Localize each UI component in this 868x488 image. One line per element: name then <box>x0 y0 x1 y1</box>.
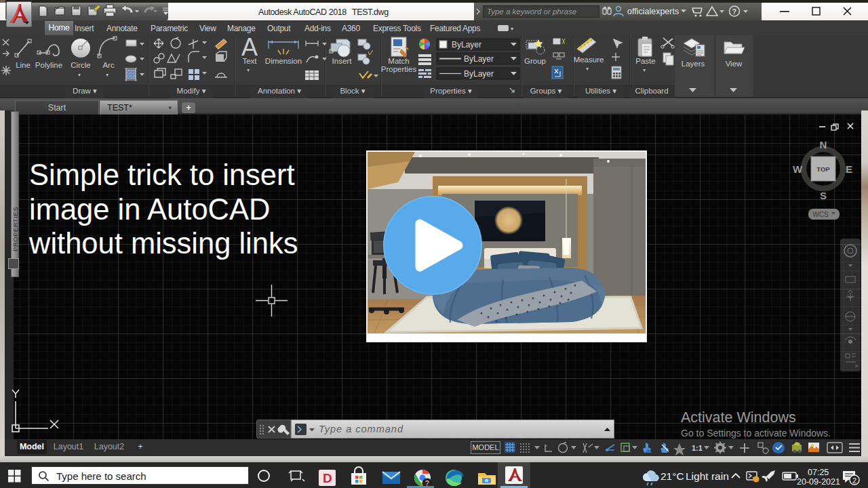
svg-text:ByLayer: ByLayer <box>464 69 494 79</box>
svg-text:2: 2 <box>852 476 856 485</box>
svg-text:ByLayer: ByLayer <box>464 54 494 64</box>
svg-text:TOP: TOP <box>816 165 830 173</box>
svg-text:Light rain: Light rain <box>686 470 729 482</box>
svg-text:WCS: WCS <box>812 211 829 218</box>
svg-text:E: E <box>846 163 852 175</box>
svg-text:W: W <box>793 163 803 175</box>
svg-text:20-09-2021: 20-09-2021 <box>797 477 840 487</box>
svg-text:ByLayer: ByLayer <box>452 40 481 49</box>
svg-text:1:1: 1:1 <box>692 444 703 452</box>
svg-text:N: N <box>820 139 827 150</box>
svg-text:?: ? <box>732 7 737 16</box>
svg-text:21°C: 21°C <box>660 470 684 482</box>
svg-text:D: D <box>323 471 332 485</box>
svg-text:07:25: 07:25 <box>808 468 829 477</box>
svg-text:S: S <box>820 190 827 201</box>
